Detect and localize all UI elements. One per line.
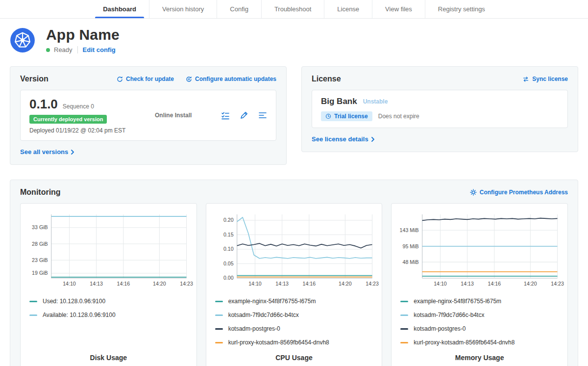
license-title: License (312, 75, 341, 83)
svg-text:14:16: 14:16 (117, 281, 130, 287)
legend-label: example-nginx-54f8f76755-l675m (228, 298, 316, 305)
legend-swatch (215, 328, 223, 330)
disk-usage-legend: Used: 10.128.0.96:9100Available: 10.128.… (26, 298, 191, 318)
chart-title: Memory Usage (397, 346, 562, 366)
tab-dashboard[interactable]: Dashboard (90, 0, 149, 18)
app-header: App Name Ready Edit config (10, 26, 578, 53)
svg-text:14:23: 14:23 (180, 281, 193, 287)
svg-text:14:13: 14:13 (90, 281, 103, 287)
svg-text:14:20: 14:20 (339, 281, 352, 287)
check-for-update-link[interactable]: Check for update (117, 76, 174, 82)
license-channel: Unstable (363, 98, 388, 105)
svg-text:0.10: 0.10 (223, 246, 234, 252)
divider (77, 46, 78, 53)
refresh-icon (117, 76, 123, 82)
legend-swatch (400, 314, 408, 316)
diff-icon[interactable] (258, 111, 267, 120)
disk-usage-chart: 19 GiB23 GiB28 GiB33 GiB14:1014:1314:161… (26, 210, 191, 290)
chart-card-memory: 48 MiB95 MiB143 MiB14:1014:1314:1614:201… (391, 203, 568, 366)
monitoring-title: Monitoring (20, 188, 61, 197)
cards-row: Version Check for update (10, 66, 578, 165)
install-type-label: Online Install (155, 112, 192, 119)
svg-text:14:23: 14:23 (551, 281, 564, 287)
legend-label: Used: 10.128.0.96:9100 (43, 298, 105, 305)
tab-view-files[interactable]: View files (372, 0, 425, 18)
svg-text:28 GiB: 28 GiB (32, 241, 48, 247)
license-panel-header: License Sync license (312, 75, 568, 83)
monitoring-panel: Monitoring Configure Prometheus Address … (10, 180, 578, 366)
see-license-details-link[interactable]: See license details (312, 135, 374, 143)
trial-license-badge: Trial license (321, 111, 372, 121)
svg-text:0.20: 0.20 (223, 217, 234, 223)
legend-swatch (215, 342, 223, 343)
tab-registry-settings[interactable]: Registry settings (425, 0, 498, 18)
see-all-versions-label: See all versions (20, 148, 68, 156)
sync-icon (522, 76, 529, 82)
legend-swatch (29, 301, 37, 302)
chart-title: Disk Usage (26, 346, 191, 366)
tab-license[interactable]: License (324, 0, 372, 18)
version-panel: Version Check for update (10, 66, 287, 165)
gear-icon (470, 189, 477, 196)
legend-item: kotsadm-7f9dc7d66c-b4tcx (215, 312, 376, 318)
see-all-versions-link[interactable]: See all versions (20, 148, 74, 156)
release-notes-icon[interactable] (221, 111, 230, 120)
legend-label: kurl-proxy-kotsadm-8569fb6454-dnvh8 (228, 339, 329, 346)
app-status-row: Ready Edit config (46, 46, 120, 53)
tab-troubleshoot[interactable]: Troubleshoot (261, 0, 324, 18)
trial-license-label: Trial license (334, 113, 368, 120)
legend-label: kurl-proxy-kotsadm-8569fb6454-dnvh8 (414, 339, 514, 346)
chart-title: CPU Usage (212, 346, 376, 366)
kubernetes-logo-icon (10, 27, 35, 53)
edit-config-action-icon[interactable] (240, 111, 248, 120)
svg-text:14:13: 14:13 (461, 281, 474, 287)
chart-card-disk: 19 GiB23 GiB28 GiB33 GiB14:1014:1314:161… (20, 203, 197, 366)
svg-text:14:10: 14:10 (434, 281, 447, 287)
svg-text:143 MiB: 143 MiB (400, 227, 419, 233)
auto-update-icon (186, 76, 192, 82)
check-for-update-label: Check for update (126, 76, 174, 82)
sync-license-link[interactable]: Sync license (522, 76, 568, 82)
chevron-right-icon (71, 150, 74, 155)
legend-item: Used: 10.128.0.96:9100 (29, 298, 191, 305)
version-number: 0.1.0 (29, 97, 58, 112)
svg-text:19 GiB: 19 GiB (32, 270, 48, 276)
top-nav: Dashboard Version history Config Trouble… (0, 0, 588, 19)
legend-item: example-nginx-54f8f76755-l675m (215, 298, 376, 305)
svg-text:0.00: 0.00 (223, 275, 234, 281)
legend-item: kotsadm-postgres-0 (400, 325, 562, 332)
current-version-info: 0.1.0 Sequence 0 Currently deployed vers… (29, 97, 125, 134)
memory-usage-chart: 48 MiB95 MiB143 MiB14:1014:1314:1614:201… (397, 210, 562, 290)
legend-label: example-nginx-54f8f76755-l675m (414, 298, 501, 305)
legend-swatch (29, 314, 37, 316)
tab-config[interactable]: Config (217, 0, 261, 18)
legend-swatch (400, 301, 408, 302)
svg-text:14:16: 14:16 (302, 281, 316, 287)
legend-swatch (400, 342, 408, 343)
svg-text:0.05: 0.05 (223, 261, 234, 266)
deployed-badge: Currently deployed version (29, 115, 107, 124)
svg-text:14:10: 14:10 (63, 281, 76, 287)
legend-swatch (215, 301, 223, 302)
chevron-right-icon (371, 137, 374, 142)
legend-swatch (400, 328, 408, 330)
configure-automatic-updates-link[interactable]: Configure automatic updates (186, 76, 276, 82)
edit-config-link[interactable]: Edit config (83, 46, 116, 53)
app-title: App Name (46, 26, 120, 43)
svg-text:48 MiB: 48 MiB (403, 259, 419, 265)
legend-label: kotsadm-postgres-0 (414, 325, 466, 332)
legend-label: kotsadm-7f9dc7d66c-b4tcx (228, 312, 299, 318)
deployed-timestamp: Deployed 01/19/22 @ 02:04 pm EST (29, 127, 125, 134)
svg-text:14:10: 14:10 (248, 281, 262, 287)
configure-prometheus-link[interactable]: Configure Prometheus Address (470, 189, 568, 196)
chart-card-cpu: 0.000.050.100.150.2014:1014:1314:1614:20… (206, 203, 383, 366)
svg-text:33 GiB: 33 GiB (32, 224, 48, 230)
version-title: Version (20, 75, 49, 83)
configure-prometheus-label: Configure Prometheus Address (480, 189, 568, 196)
license-card: Big Bank Unstable Trial license Does not… (312, 90, 568, 128)
charts-row: 19 GiB23 GiB28 GiB33 GiB14:1014:1314:161… (20, 203, 568, 366)
tab-version-history[interactable]: Version history (149, 0, 217, 18)
svg-text:14:20: 14:20 (524, 281, 537, 287)
see-license-details-label: See license details (312, 135, 368, 143)
monitoring-panel-header: Monitoring Configure Prometheus Address (20, 188, 568, 197)
